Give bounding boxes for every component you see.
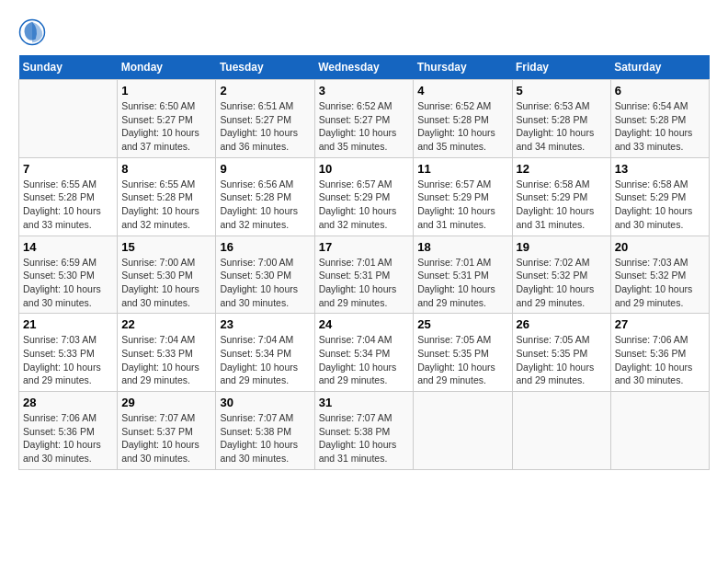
day-number: 10	[319, 162, 410, 176]
day-number: 2	[220, 84, 310, 98]
day-info: Sunrise: 7:07 AM Sunset: 5:38 PM Dayligh…	[319, 411, 410, 465]
day-number: 27	[615, 317, 705, 331]
day-number: 14	[23, 240, 113, 254]
day-number: 19	[517, 240, 607, 254]
logo-icon	[18, 18, 46, 46]
calendar-cell: 31Sunrise: 7:07 AM Sunset: 5:38 PM Dayli…	[314, 392, 414, 470]
day-info: Sunrise: 7:04 AM Sunset: 5:34 PM Dayligh…	[220, 333, 310, 387]
day-info: Sunrise: 6:52 AM Sunset: 5:28 PM Dayligh…	[417, 99, 507, 154]
calendar-cell: 25Sunrise: 7:05 AM Sunset: 5:35 PM Dayli…	[414, 314, 512, 392]
day-number: 1	[121, 84, 211, 98]
day-number: 29	[121, 396, 211, 409]
day-info: Sunrise: 7:03 AM Sunset: 5:33 PM Dayligh…	[23, 333, 113, 387]
calendar-header-row: SundayMondayTuesdayWednesdayThursdayFrid…	[19, 55, 710, 80]
day-number: 23	[220, 317, 310, 331]
day-info: Sunrise: 7:07 AM Sunset: 5:37 PM Dayligh…	[121, 411, 211, 465]
calendar-cell	[610, 392, 709, 470]
day-info: Sunrise: 6:54 AM Sunset: 5:28 PM Dayligh…	[615, 99, 705, 154]
week-row-2: 7Sunrise: 6:55 AM Sunset: 5:28 PM Daylig…	[19, 157, 710, 236]
day-info: Sunrise: 7:00 AM Sunset: 5:30 PM Dayligh…	[220, 256, 310, 310]
calendar-cell: 1Sunrise: 6:50 AM Sunset: 5:27 PM Daylig…	[118, 80, 216, 158]
day-number: 15	[121, 240, 211, 254]
calendar-cell: 24Sunrise: 7:04 AM Sunset: 5:34 PM Dayli…	[314, 314, 414, 392]
day-info: Sunrise: 6:53 AM Sunset: 5:28 PM Dayligh…	[517, 99, 607, 154]
day-number: 25	[417, 317, 507, 331]
logo	[18, 18, 50, 46]
day-number: 21	[23, 317, 113, 331]
day-number: 26	[517, 317, 607, 331]
calendar-cell: 9Sunrise: 6:56 AM Sunset: 5:28 PM Daylig…	[216, 157, 314, 236]
day-info: Sunrise: 7:00 AM Sunset: 5:30 PM Dayligh…	[121, 256, 211, 310]
week-row-5: 28Sunrise: 7:06 AM Sunset: 5:36 PM Dayli…	[19, 392, 710, 470]
day-number: 4	[417, 84, 507, 98]
day-info: Sunrise: 6:58 AM Sunset: 5:29 PM Dayligh…	[517, 178, 607, 232]
calendar-cell: 4Sunrise: 6:52 AM Sunset: 5:28 PM Daylig…	[414, 80, 512, 158]
day-number: 17	[319, 240, 410, 254]
calendar-cell: 15Sunrise: 7:00 AM Sunset: 5:30 PM Dayli…	[118, 236, 216, 314]
day-number: 18	[417, 240, 507, 254]
day-number: 3	[319, 84, 410, 98]
day-info: Sunrise: 7:07 AM Sunset: 5:38 PM Dayligh…	[220, 411, 310, 465]
day-number: 7	[23, 162, 113, 176]
col-header-wednesday: Wednesday	[314, 55, 414, 80]
day-info: Sunrise: 7:05 AM Sunset: 5:35 PM Dayligh…	[417, 333, 507, 387]
calendar-cell: 26Sunrise: 7:05 AM Sunset: 5:35 PM Dayli…	[512, 314, 610, 392]
day-info: Sunrise: 7:01 AM Sunset: 5:31 PM Dayligh…	[319, 256, 410, 310]
calendar-cell	[512, 392, 610, 470]
day-info: Sunrise: 7:04 AM Sunset: 5:34 PM Dayligh…	[319, 333, 410, 387]
day-number: 30	[220, 396, 310, 409]
calendar-cell: 2Sunrise: 6:51 AM Sunset: 5:27 PM Daylig…	[216, 80, 314, 158]
calendar-cell: 19Sunrise: 7:02 AM Sunset: 5:32 PM Dayli…	[512, 236, 610, 314]
day-number: 16	[220, 240, 310, 254]
calendar-cell: 18Sunrise: 7:01 AM Sunset: 5:31 PM Dayli…	[414, 236, 512, 314]
calendar-cell	[19, 80, 118, 158]
calendar-cell: 8Sunrise: 6:55 AM Sunset: 5:28 PM Daylig…	[118, 157, 216, 236]
day-info: Sunrise: 6:52 AM Sunset: 5:27 PM Dayligh…	[319, 99, 410, 154]
col-header-sunday: Sunday	[19, 55, 118, 80]
calendar-cell: 14Sunrise: 6:59 AM Sunset: 5:30 PM Dayli…	[19, 236, 118, 314]
day-info: Sunrise: 7:05 AM Sunset: 5:35 PM Dayligh…	[517, 333, 607, 387]
day-info: Sunrise: 6:59 AM Sunset: 5:30 PM Dayligh…	[23, 256, 113, 310]
calendar-cell: 11Sunrise: 6:57 AM Sunset: 5:29 PM Dayli…	[414, 157, 512, 236]
calendar-cell: 12Sunrise: 6:58 AM Sunset: 5:29 PM Dayli…	[512, 157, 610, 236]
day-info: Sunrise: 6:50 AM Sunset: 5:27 PM Dayligh…	[121, 99, 211, 154]
day-number: 24	[319, 317, 410, 331]
col-header-monday: Monday	[118, 55, 216, 80]
calendar-cell: 23Sunrise: 7:04 AM Sunset: 5:34 PM Dayli…	[216, 314, 314, 392]
col-header-thursday: Thursday	[414, 55, 512, 80]
day-number: 9	[220, 162, 310, 176]
calendar-cell: 22Sunrise: 7:04 AM Sunset: 5:33 PM Dayli…	[118, 314, 216, 392]
calendar-cell: 13Sunrise: 6:58 AM Sunset: 5:29 PM Dayli…	[610, 157, 709, 236]
day-number: 22	[121, 317, 211, 331]
day-info: Sunrise: 6:51 AM Sunset: 5:27 PM Dayligh…	[220, 99, 310, 154]
calendar-cell: 10Sunrise: 6:57 AM Sunset: 5:29 PM Dayli…	[314, 157, 414, 236]
page-header	[18, 18, 710, 46]
calendar-cell: 3Sunrise: 6:52 AM Sunset: 5:27 PM Daylig…	[314, 80, 414, 158]
day-info: Sunrise: 7:02 AM Sunset: 5:32 PM Dayligh…	[517, 256, 607, 310]
day-info: Sunrise: 7:04 AM Sunset: 5:33 PM Dayligh…	[121, 333, 211, 387]
day-number: 8	[121, 162, 211, 176]
day-number: 5	[517, 84, 607, 98]
calendar-cell: 7Sunrise: 6:55 AM Sunset: 5:28 PM Daylig…	[19, 157, 118, 236]
day-info: Sunrise: 7:06 AM Sunset: 5:36 PM Dayligh…	[615, 333, 705, 387]
calendar-cell: 30Sunrise: 7:07 AM Sunset: 5:38 PM Dayli…	[216, 392, 314, 470]
col-header-saturday: Saturday	[610, 55, 709, 80]
calendar-cell: 21Sunrise: 7:03 AM Sunset: 5:33 PM Dayli…	[19, 314, 118, 392]
day-number: 11	[417, 162, 507, 176]
calendar-cell: 27Sunrise: 7:06 AM Sunset: 5:36 PM Dayli…	[610, 314, 709, 392]
calendar-cell: 29Sunrise: 7:07 AM Sunset: 5:37 PM Dayli…	[118, 392, 216, 470]
calendar-cell: 28Sunrise: 7:06 AM Sunset: 5:36 PM Dayli…	[19, 392, 118, 470]
day-number: 6	[615, 84, 705, 98]
day-number: 28	[23, 396, 113, 409]
day-info: Sunrise: 6:57 AM Sunset: 5:29 PM Dayligh…	[319, 178, 410, 232]
day-info: Sunrise: 7:06 AM Sunset: 5:36 PM Dayligh…	[23, 411, 113, 465]
day-number: 20	[615, 240, 705, 254]
calendar-cell: 6Sunrise: 6:54 AM Sunset: 5:28 PM Daylig…	[610, 80, 709, 158]
calendar-cell: 16Sunrise: 7:00 AM Sunset: 5:30 PM Dayli…	[216, 236, 314, 314]
day-info: Sunrise: 6:57 AM Sunset: 5:29 PM Dayligh…	[417, 178, 507, 232]
day-info: Sunrise: 7:03 AM Sunset: 5:32 PM Dayligh…	[615, 256, 705, 310]
week-row-3: 14Sunrise: 6:59 AM Sunset: 5:30 PM Dayli…	[19, 236, 710, 314]
day-info: Sunrise: 6:55 AM Sunset: 5:28 PM Dayligh…	[121, 178, 211, 232]
calendar-cell: 20Sunrise: 7:03 AM Sunset: 5:32 PM Dayli…	[610, 236, 709, 314]
calendar-table: SundayMondayTuesdayWednesdayThursdayFrid…	[18, 55, 710, 470]
